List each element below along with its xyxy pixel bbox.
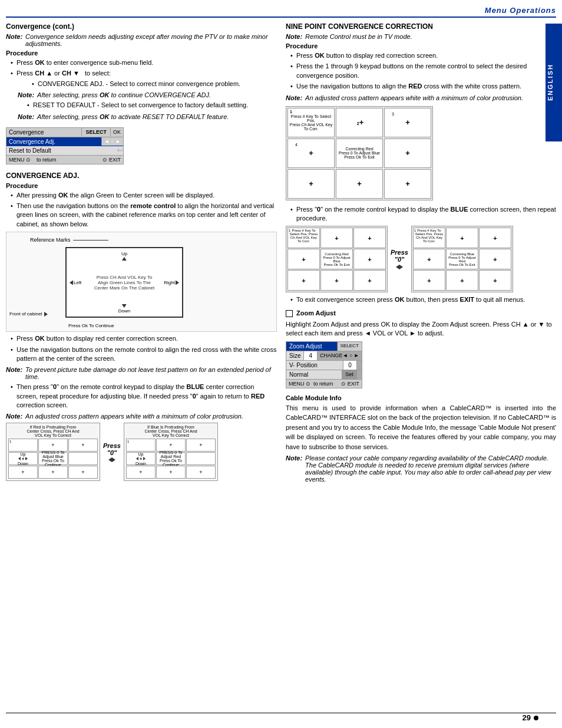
conv-adj-list2: Press OK button to display red center co…: [6, 334, 277, 363]
down-arrow: [122, 304, 127, 308]
menu-label: Reset to Default: [6, 146, 118, 155]
sg-cell-1: 1 Press # Key To Select Pos. Press Ch An…: [287, 228, 320, 248]
left-arrow: [70, 280, 73, 285]
convergence-adj-section: CONVERGENCE ADJ. Procedure After pressin…: [6, 172, 277, 482]
zoom-exit-row: MENU ⊙ to return ⊙ EXIT: [286, 379, 362, 388]
list-item: RESET TO DEFAULT - Select to set converg…: [22, 101, 277, 110]
nine-point-note2: Note: An adjusted cross pattern appears …: [286, 94, 556, 101]
exit-text-list: To exit convergence screen press OK butt…: [286, 295, 556, 304]
menu-return: MENU ⊙ to return: [9, 157, 57, 163]
convergence-note1: Note: Convergence seldom needs adjusting…: [6, 33, 277, 47]
ref-marks-label: Reference Marks: [30, 237, 108, 243]
cable-module-text: This menu is used to provide information…: [286, 403, 556, 452]
nine-point-title: NINE POINT CONVERGENCE CORRECTION: [286, 22, 556, 31]
small-cell: +: [186, 466, 216, 479]
zoom-menu-container: Zoom Adjust SELECT Size 4 CHANGE◄ ○ ► V-…: [286, 341, 556, 388]
sg-cell-8: +: [320, 270, 353, 291]
nine-point-list2: Press "0" on the remote control keypad t…: [286, 205, 556, 223]
zoom-blank: [356, 370, 362, 379]
right-label: Right: [164, 280, 175, 285]
sg-cell-3: +: [353, 228, 386, 248]
note-convergence-adj: Note: After selecting, press OK to conti…: [18, 91, 277, 98]
zoom-title-row: Zoom Adjust: [286, 309, 556, 318]
zoom-adjust-section: Zoom Adjust Highlight Zoom Adjust and pr…: [286, 309, 556, 388]
sg-cell-2: +: [446, 228, 478, 248]
small-grid-red: 1 + + Up +: [8, 439, 98, 479]
small-cell-center: PRESS 0 To Adjust BluePress Ok To Contin…: [38, 452, 68, 465]
small-grid-blue: 1 + + Up +: [126, 439, 216, 479]
grid-cell-2: 2 +: [336, 108, 383, 137]
press-zero-label: Press"0": [103, 442, 121, 462]
sg-cell-9: +: [479, 270, 511, 291]
zoom-set-btn[interactable]: Set: [342, 370, 356, 379]
procedure-list: Press OK to enter convergence sub-menu f…: [6, 58, 277, 88]
sg-cell-7: +: [287, 270, 320, 291]
page-footer: 29: [523, 713, 538, 722]
down-label: Down: [118, 308, 130, 314]
list-item: Press "0" on the remote control keypad t…: [290, 205, 556, 223]
sg-cell-9: +: [353, 270, 386, 291]
zoom-size-row: Size 4 CHANGE◄ ○ ►: [286, 351, 362, 360]
page-title: Menu Operations: [485, 6, 556, 15]
menu-select: SELECT: [81, 128, 110, 136]
zoom-menu-box: Zoom Adjust SELECT Size 4 CHANGE◄ ○ ► V-…: [286, 341, 362, 388]
cabinet-diagram: Reference Marks Press CH And VOL Key ToA…: [6, 232, 277, 332]
small-cell: 1: [8, 439, 38, 452]
left-label: Left: [74, 280, 81, 285]
page-container: Menu Operations ENGLISH Convergence (con…: [0, 0, 562, 728]
conv-adj-list3: Then press "0" on the remote control key…: [6, 383, 277, 410]
nine-point-note1: Note: Remote Control must be in TV mode.: [286, 33, 556, 40]
small-diagrams-container: If Red Is Protruding FromCenter Cross, P…: [6, 423, 277, 481]
list-item: CONVERGENCE ADJ. - Select to correct min…: [27, 80, 277, 88]
zoom-menu-return: MENU ⊙ to return: [289, 381, 333, 387]
zoom-select-label: SELECT: [337, 342, 362, 351]
procedure-title: Procedure: [6, 50, 277, 57]
nine-point-proc-list: Press OK button to display red correctio…: [286, 51, 556, 91]
small-cell: Up + Down: [126, 452, 156, 465]
zoom-size-label: Size: [286, 351, 303, 360]
zoom-vpos-ctrl: [356, 361, 362, 370]
left-column: Convergence (cont.) Note: Convergence se…: [6, 22, 277, 485]
nine-point-small-grids: 1 Press # Key To Select Pos. Press Ch An…: [286, 226, 556, 292]
small-nine-grid-red: 1 Press # Key To Select Pos. Press Ch An…: [287, 228, 386, 291]
convergence-cont-section: Convergence (cont.) Note: Convergence se…: [6, 22, 277, 168]
sg-cell-4: +: [413, 249, 445, 269]
small-cell: +: [156, 439, 186, 452]
up-label: Up: [121, 251, 127, 256]
grid-cell-1: 1 Press # Key To Select Pos.Press Ch And…: [287, 108, 335, 137]
list-item: Press OK to enter convergence sub-menu f…: [11, 58, 277, 67]
note-text: Convergence seldom needs adjusting excep…: [25, 33, 277, 47]
cabinet-box: Press CH And VOL Key ToAlign Green Lines…: [65, 247, 183, 318]
zoom-change-label: CHANGE◄ ○ ►: [317, 351, 362, 360]
sg-cell-8: +: [446, 270, 478, 291]
procedure-list2: RESET TO DEFAULT - Select to set converg…: [12, 101, 277, 110]
up-arrow: [122, 257, 127, 261]
small-cell: +: [38, 439, 68, 452]
grid-cell-5: Correcting RedPress 0 To Adjust BluePres…: [336, 139, 383, 168]
grid-cell-9: +: [384, 169, 431, 199]
small-diag-red: If Red Is Protruding FromCenter Cross, P…: [6, 423, 100, 481]
left-cluster: Left: [70, 280, 81, 285]
small-cell: +: [186, 439, 216, 452]
note-label: Note:: [6, 33, 22, 47]
sg-cell-3: +: [479, 228, 511, 248]
grid-container: 1 Press # Key To Select Pos.Press Ch And…: [287, 108, 431, 199]
small-cell: +: [68, 466, 98, 479]
arrow-cluster: [391, 265, 408, 269]
sg-cell-2: +: [320, 228, 353, 248]
nine-point-proc-title: Procedure: [286, 42, 556, 50]
nine-point-section: NINE POINT CONVERGENCE CORRECTION Note: …: [286, 22, 556, 305]
grid-cell-4: 4 +: [287, 139, 335, 168]
list-item: Press OK button to display red correctio…: [290, 51, 556, 60]
zoom-icon: [286, 310, 293, 317]
menu-ok: OK: [110, 128, 123, 136]
small-diag-blue: If Blue Is Protruding FromCenter Cross, …: [124, 423, 218, 481]
zoom-normal-row: Normal Set: [286, 370, 362, 379]
sg-cell-5: Correcting BluePress 0 To Adjust RedPres…: [446, 249, 478, 269]
sg-cell-6: +: [479, 249, 511, 269]
nav-cluster: Up: [121, 251, 127, 261]
small-nine-grid-blue: 1 Press # Key To Select Pos. Press Ch An…: [413, 228, 511, 291]
small-diag-red-title: If Red Is Protruding FromCenter Cross, P…: [8, 425, 98, 437]
small-grid-nine-blue: 1 Press # Key To Select Pos. Press Ch An…: [411, 226, 513, 292]
menu-label: Convergence Adj.: [6, 137, 101, 146]
